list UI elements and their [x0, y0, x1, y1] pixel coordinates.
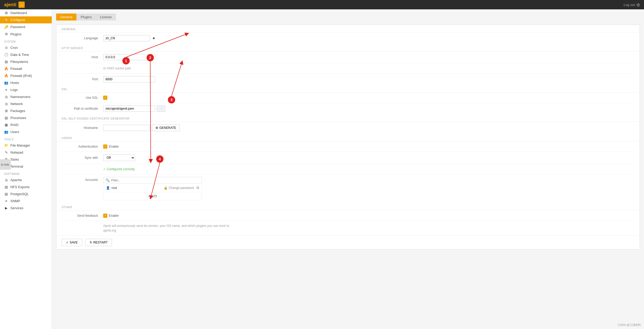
- sidebar-item-dashboard[interactable]: ⊞ Dashboard: [0, 9, 52, 16]
- sidebar-item-configure[interactable]: ✎ Configure: [0, 16, 52, 23]
- sidebar-item-nfs-exports[interactable]: ▤ NFS Exports: [0, 183, 52, 190]
- filter-search-icon: 🔍: [106, 178, 110, 182]
- home-icon[interactable]: ⌂: [18, 2, 25, 8]
- dashboard-icon: ⊞: [4, 11, 8, 15]
- notepad-icon: ✎: [4, 150, 8, 154]
- sidebar-label-apache: Apache: [10, 178, 22, 182]
- language-input[interactable]: zh_CN: [103, 35, 150, 41]
- sidebar-item-snmp[interactable]: ≡ SNMP: [0, 198, 52, 205]
- sidebar-label-logs: Logs: [10, 88, 18, 92]
- unix-socket-row: or UNIX socket path: [62, 63, 634, 74]
- logout-button[interactable]: Log out ⏻: [624, 3, 640, 7]
- auth-checkbox[interactable]: ✓: [103, 144, 107, 149]
- sidebar-item-plugins[interactable]: ⧉ Plugins: [0, 30, 52, 38]
- configure-icon: ✎: [4, 18, 8, 22]
- ssl-section-header: SSL: [56, 85, 640, 93]
- watermark-text: CSDN @江湖有料: [618, 323, 641, 326]
- use-ssl-checkbox[interactable]: ✓: [103, 96, 107, 100]
- add-user-button[interactable]: + ADD: [103, 192, 202, 200]
- file-browse-button[interactable]: 📄: [157, 106, 165, 112]
- file-manager-icon: 📁: [4, 143, 8, 147]
- nameservers-icon: ◎: [4, 95, 8, 99]
- copy-user-button[interactable]: ⧉: [196, 186, 199, 190]
- general-section: Language zh_CN ✦: [56, 32, 640, 44]
- feedback-tab[interactable]: Feedback & help: [0, 159, 11, 170]
- change-password-button[interactable]: 🔒 Change password: [164, 186, 194, 190]
- packages-icon: ⊞: [4, 109, 8, 113]
- generate-button[interactable]: ⚙ GENERATE: [152, 124, 180, 131]
- accounts-row: Accounts 🔍 👤 root 🔒: [62, 174, 634, 203]
- users-section-header: USERS: [56, 134, 640, 141]
- sidebar-label-cron: Cron: [10, 46, 18, 50]
- bottom-actions: ✓ SAVE ↻ RESTART: [56, 235, 640, 249]
- hosts-icon: 👥: [4, 81, 8, 85]
- tab-license[interactable]: License: [96, 14, 116, 21]
- cert-path-wrapper: /etc/ajenti/ajenti.pem 📄: [103, 106, 165, 112]
- configured-ok-text: ✓ Configured correctly: [103, 167, 135, 171]
- sidebar-label-packages: Packages: [10, 109, 25, 113]
- sidebar-label-network: Network: [10, 102, 23, 106]
- sync-select[interactable]: Off LDAP Active Directory: [103, 154, 135, 161]
- sidebar-label-hosts: Hosts: [10, 81, 19, 85]
- sidebar-item-services[interactable]: ▶ Services: [0, 205, 52, 212]
- users-section: Authentication ✓ Enable Sync with Off LD…: [56, 141, 640, 203]
- cert-path-row: Path to certificate /etc/ajenti/ajenti.p…: [62, 103, 634, 114]
- sidebar-item-users[interactable]: 👥 Users: [0, 128, 52, 135]
- http-server-section-header: HTTP SERVER: [56, 44, 640, 51]
- sidebar-label-firewall-ipv6: Firewall (IPv6): [10, 74, 32, 78]
- sidebar-item-nameservers[interactable]: ◎ Nameservers: [0, 93, 52, 100]
- processes-icon: ▤: [4, 116, 8, 120]
- sidebar-item-raid[interactable]: ▦ RAID: [0, 121, 52, 128]
- cert-path-label: Path to certificate: [62, 107, 103, 110]
- host-row: Host 0.0.0.0: [62, 51, 634, 63]
- port-input[interactable]: 8000: [103, 76, 155, 82]
- feedback-tab-label: Feedback & help: [0, 163, 9, 166]
- sync-row: Sync with Off LDAP Active Directory: [62, 152, 634, 164]
- sidebar-label-postgresql: PostgreSQL: [10, 192, 29, 196]
- host-input[interactable]: 0.0.0.0: [103, 54, 155, 60]
- save-button[interactable]: ✓ SAVE: [62, 239, 82, 246]
- feedback-desc-row: Ajenti will anonymously send its version…: [62, 221, 634, 235]
- sidebar-item-notepad[interactable]: ✎ Notepad: [0, 149, 52, 156]
- unix-socket-text: or UNIX socket path: [103, 67, 131, 70]
- sidebar-label-password: Password: [10, 25, 25, 29]
- sidebar-item-password[interactable]: 🔑 Password: [0, 23, 52, 30]
- use-ssl-label: Use SSL: [62, 96, 103, 100]
- sidebar-item-file-manager[interactable]: 📁 File Manager: [0, 142, 52, 149]
- sidebar-item-logs[interactable]: ≡ Logs: [0, 86, 52, 93]
- sidebar-item-datetime[interactable]: 🕐 Date & Time: [0, 51, 52, 58]
- ssl-section: Use SSL ✓ Path to certificate /etc/ajent…: [56, 93, 640, 114]
- cron-icon: ⊙: [4, 46, 8, 50]
- sidebar-label-dashboard: Dashboard: [10, 11, 27, 15]
- sidebar-item-postgresql[interactable]: ▤ PostgreSQL: [0, 190, 52, 198]
- postgresql-icon: ▤: [4, 192, 8, 196]
- sidebar-label-file-manager: File Manager: [10, 143, 30, 147]
- hostname-input[interactable]: [103, 125, 150, 131]
- tab-plugins[interactable]: Plugins: [76, 14, 96, 21]
- sidebar-item-filesystems[interactable]: ▤ Filesystems: [0, 58, 52, 65]
- restart-button[interactable]: ↻ RESTART: [85, 239, 112, 246]
- sidebar-item-firewall-ipv6[interactable]: 🔥 Firewall (IPv6): [0, 72, 52, 79]
- sidebar-item-processes[interactable]: ▤ Processes: [0, 114, 52, 121]
- auth-label: Authentication: [62, 145, 103, 148]
- sidebar-label-users: Users: [10, 130, 19, 134]
- tab-general[interactable]: General: [56, 14, 76, 21]
- gear-icon: ⚙: [155, 126, 158, 130]
- sidebar-item-network[interactable]: ◎ Network: [0, 100, 52, 107]
- http-server-section: Host 0.0.0.0 or UNIX socket path Port 80…: [56, 51, 640, 85]
- user-filter-input[interactable]: [111, 179, 200, 182]
- feedback-checkbox[interactable]: ✓: [103, 214, 107, 218]
- sidebar-label-configure: Configure: [10, 18, 25, 22]
- sidebar-item-firewall[interactable]: 🔥 Firewall: [0, 65, 52, 72]
- send-feedback-label: Send feedback: [62, 214, 103, 218]
- checkmark-icon: ✓: [103, 167, 106, 171]
- sidebar-item-apache[interactable]: ◎ Apache: [0, 176, 52, 183]
- sidebar-item-packages[interactable]: ⊞ Packages: [0, 107, 52, 114]
- sidebar-label-plugins: Plugins: [10, 32, 22, 36]
- watermark: CSDN @江湖有料: [618, 323, 641, 327]
- sidebar-item-cron[interactable]: ⊙ Cron: [0, 44, 52, 51]
- sidebar-item-hosts[interactable]: 👥 Hosts: [0, 79, 52, 86]
- system-section-label: SYSTEM: [0, 38, 52, 44]
- cert-path-input[interactable]: /etc/ajenti/ajenti.pem: [103, 106, 155, 112]
- language-row: Language zh_CN ✦: [62, 32, 634, 44]
